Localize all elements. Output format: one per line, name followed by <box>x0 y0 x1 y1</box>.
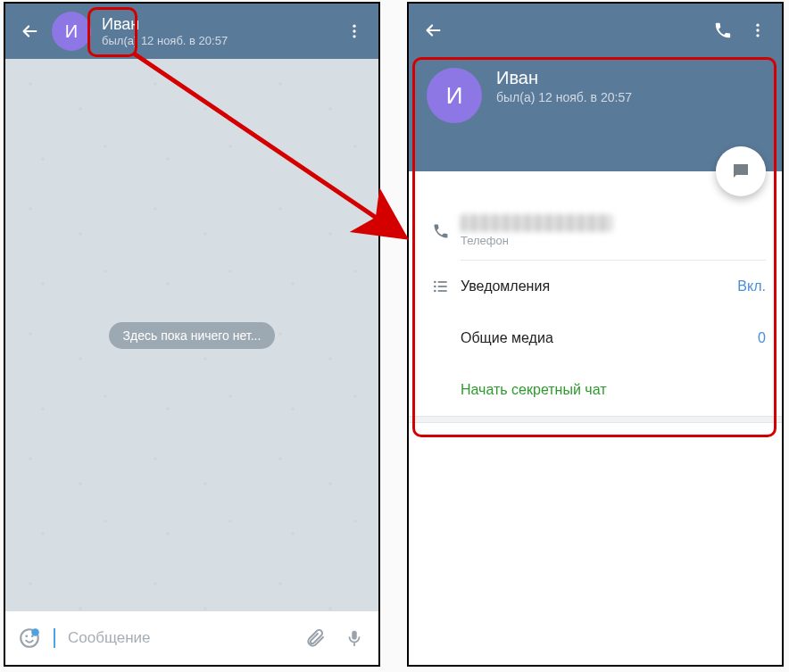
shared-media-label: Общие медиа <box>461 330 758 346</box>
chat-input-bar <box>5 611 378 665</box>
phone-number-blurred <box>461 214 612 232</box>
secret-chat-row[interactable]: Начать секретный чат <box>409 364 782 416</box>
call-button[interactable] <box>705 12 741 48</box>
more-menu-button[interactable] <box>337 14 371 48</box>
voice-button[interactable] <box>339 623 370 653</box>
svg-rect-11 <box>438 281 447 283</box>
more-vertical-icon <box>749 21 767 39</box>
message-input[interactable] <box>68 629 291 647</box>
phone-row[interactable]: Телефон <box>409 202 782 260</box>
phone-icon <box>432 222 450 240</box>
attach-button[interactable] <box>300 623 330 653</box>
profile-back-button[interactable] <box>416 13 450 47</box>
chat-bubble-icon <box>730 161 752 182</box>
paperclip-icon <box>304 627 326 649</box>
svg-point-14 <box>434 290 436 293</box>
arrow-left-icon <box>20 21 39 41</box>
shared-media-row[interactable]: Общие медиа 0 <box>409 312 782 364</box>
profile-body: Телефон Уведомления Вкл. Общие медиа <box>409 171 782 423</box>
svg-point-7 <box>756 24 759 27</box>
arrow-left-icon <box>423 21 443 40</box>
message-fab[interactable] <box>716 146 766 196</box>
profile-avatar[interactable]: И <box>427 68 482 123</box>
notifications-label: Уведомления <box>461 278 737 295</box>
svg-point-10 <box>434 281 436 284</box>
svg-rect-13 <box>438 286 447 287</box>
chat-avatar[interactable]: И <box>52 12 91 51</box>
svg-point-2 <box>353 35 355 37</box>
profile-hero: И Иван был(а) 12 нояб. в 20:57 <box>409 57 782 171</box>
svg-rect-15 <box>438 290 447 292</box>
input-caret <box>54 628 55 648</box>
svg-point-8 <box>756 29 759 31</box>
profile-header <box>409 4 782 57</box>
svg-point-4 <box>25 635 28 637</box>
notifications-value: Вкл. <box>737 278 766 295</box>
list-icon <box>432 278 450 295</box>
chat-screen: И Иван был(а) 12 нояб. в 20:57 Здесь пок… <box>4 2 380 667</box>
svg-point-6 <box>31 628 39 636</box>
chat-contact-name: Иван <box>102 15 337 34</box>
emoji-icon <box>18 626 41 650</box>
chat-last-seen: был(а) 12 нояб. в 20:57 <box>102 34 337 47</box>
svg-point-0 <box>353 25 355 28</box>
shared-media-value: 0 <box>758 330 766 346</box>
emoji-button[interactable] <box>14 623 45 653</box>
microphone-icon <box>345 628 364 648</box>
chat-header: И Иван был(а) 12 нояб. в 20:57 <box>5 4 378 59</box>
profile-last-seen: был(а) 12 нояб. в 20:57 <box>496 90 632 104</box>
phone-icon <box>713 21 733 40</box>
section-separator <box>409 416 782 423</box>
svg-point-9 <box>756 34 759 37</box>
chat-title-block[interactable]: Иван был(а) 12 нояб. в 20:57 <box>102 15 337 47</box>
profile-name: Иван <box>496 68 632 88</box>
phone-label: Телефон <box>461 234 766 247</box>
chat-messages-area[interactable]: Здесь пока ничего нет... <box>5 59 378 611</box>
profile-more-button[interactable] <box>741 13 775 47</box>
more-vertical-icon <box>345 22 363 40</box>
notifications-row[interactable]: Уведомления Вкл. <box>409 261 782 312</box>
empty-chat-label: Здесь пока ничего нет... <box>109 322 276 349</box>
svg-point-1 <box>353 29 355 32</box>
profile-screen: И Иван был(а) 12 нояб. в 20:57 Телефон <box>407 2 784 667</box>
secret-chat-label: Начать секретный чат <box>461 382 766 398</box>
back-button[interactable] <box>12 14 46 48</box>
svg-point-12 <box>434 286 436 288</box>
